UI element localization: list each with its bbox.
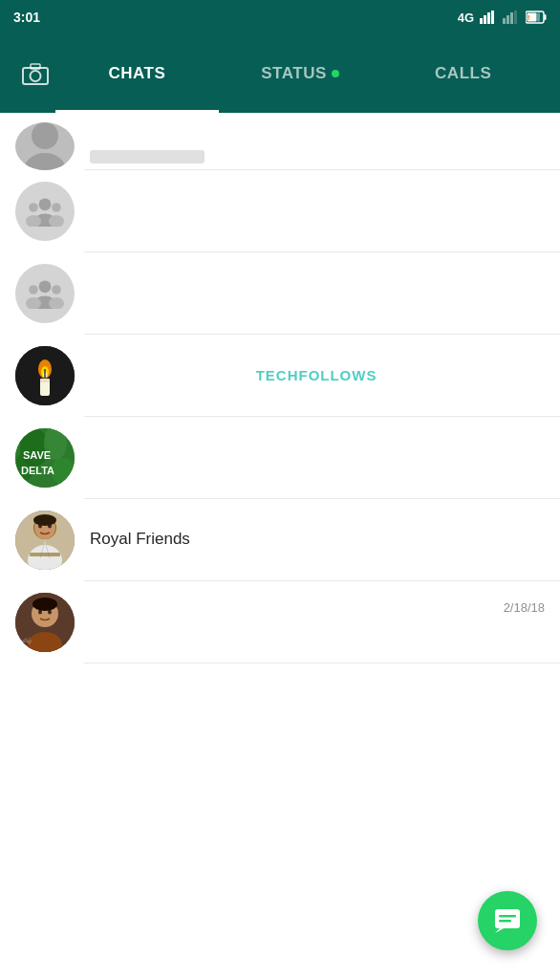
svg-point-18 <box>39 198 52 210</box>
svg-rect-11 <box>537 13 540 22</box>
tab-chats[interactable]: CHATS <box>55 34 219 113</box>
time-display: 3:01 <box>13 10 40 25</box>
list-item[interactable] <box>0 113 560 170</box>
group-icon-2 <box>26 278 64 309</box>
avatar <box>15 264 75 323</box>
svg-rect-0 <box>480 18 483 24</box>
svg-text:SAVE: SAVE <box>23 449 51 461</box>
chat-timestamp: 2/18/18 <box>504 600 545 615</box>
svg-text:தமிழ்: தமிழ் <box>19 638 32 644</box>
camera-button[interactable] <box>15 62 55 85</box>
svg-rect-5 <box>506 15 509 24</box>
svg-point-24 <box>39 280 52 293</box>
svg-text:DELTA: DELTA <box>21 465 54 476</box>
avatar <box>15 122 75 170</box>
list-item[interactable]: SAVE DELTA <box>0 417 560 499</box>
svg-point-17 <box>24 153 66 170</box>
svg-point-14 <box>31 71 41 81</box>
svg-rect-53 <box>30 553 60 556</box>
list-item[interactable]: தமிழ் 2/18/18 <box>0 581 560 664</box>
tab-bar: CHATS STATUS CALLS <box>55 34 545 113</box>
list-item[interactable] <box>0 170 560 252</box>
toolbar: CHATS STATUS CALLS <box>0 34 560 113</box>
list-item[interactable] <box>0 252 560 335</box>
svg-rect-35 <box>40 379 50 382</box>
new-chat-fab[interactable] <box>478 891 537 950</box>
svg-point-49 <box>33 514 56 526</box>
camera-icon <box>22 62 49 85</box>
chat-item-wrapper: TECHFOLLOWS <box>0 335 560 417</box>
svg-point-16 <box>32 122 58 149</box>
chat-content: Royal Friends <box>90 530 545 552</box>
svg-rect-15 <box>31 64 40 69</box>
tab-status[interactable]: STATUS <box>219 34 382 113</box>
avatar: SAVE DELTA <box>15 428 75 488</box>
svg-rect-1 <box>484 15 486 24</box>
chat-name: Royal Friends <box>90 530 545 549</box>
network-label: 4G <box>458 11 474 25</box>
svg-rect-64 <box>499 920 511 923</box>
svg-rect-9 <box>545 14 547 20</box>
chat-icon <box>494 908 521 933</box>
svg-marker-62 <box>495 928 504 933</box>
avatar <box>15 511 75 570</box>
avatar <box>15 182 75 241</box>
avatar <box>15 346 75 405</box>
svg-rect-63 <box>499 915 516 918</box>
avatar: தமிழ் <box>15 593 75 652</box>
chat-list: TECHFOLLOWS SAVE DELTA <box>0 113 560 979</box>
svg-rect-6 <box>510 12 513 24</box>
svg-point-41 <box>52 458 75 485</box>
tab-calls[interactable]: CALLS <box>381 34 545 113</box>
svg-point-28 <box>52 285 61 294</box>
svg-rect-2 <box>487 12 490 24</box>
candle-avatar-img <box>15 346 75 405</box>
svg-rect-7 <box>514 11 517 24</box>
svg-point-26 <box>29 285 38 294</box>
status-bar-right: 4G ! <box>458 11 547 25</box>
svg-point-20 <box>29 203 38 212</box>
list-item[interactable]: Royal Friends <box>0 499 560 581</box>
status-bar: 3:01 4G ! <box>0 0 560 34</box>
svg-rect-4 <box>503 18 506 24</box>
svg-text:!: ! <box>528 13 530 22</box>
status-dot-indicator <box>332 70 339 77</box>
save-delta-img: SAVE DELTA <box>15 428 75 488</box>
signal-icon <box>480 11 497 24</box>
svg-rect-61 <box>495 909 520 928</box>
list-item[interactable] <box>0 335 560 417</box>
signal-icon-2 <box>503 11 520 24</box>
royal-friends-avatar <box>15 511 75 570</box>
svg-point-58 <box>32 598 57 611</box>
svg-point-22 <box>52 203 61 212</box>
tamil-avatar-img: தமிழ் <box>15 593 75 652</box>
svg-rect-3 <box>491 11 494 24</box>
person-avatar-img <box>15 122 75 170</box>
group-icon <box>26 196 64 227</box>
battery-icon: ! <box>526 11 547 24</box>
